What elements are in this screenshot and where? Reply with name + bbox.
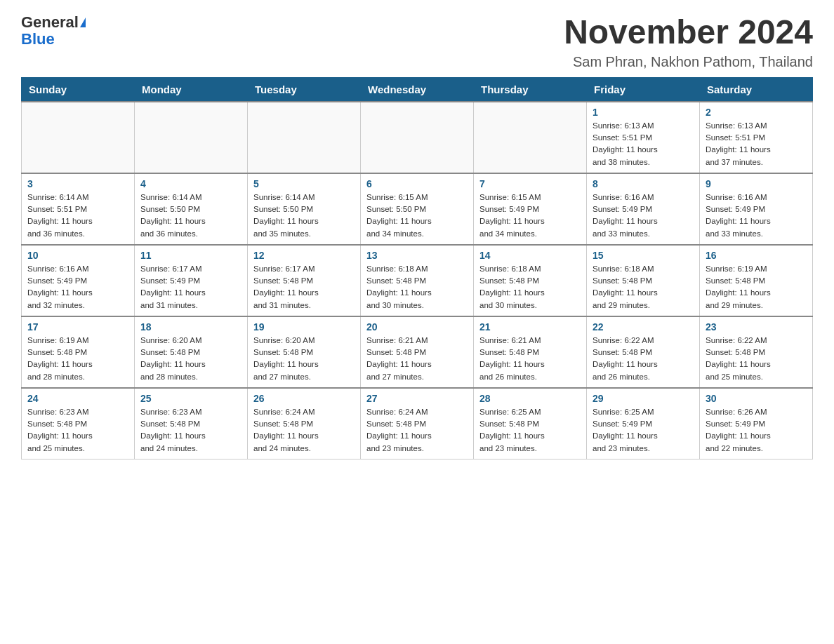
calendar-cell-2-6: 8Sunrise: 6:16 AMSunset: 5:49 PMDaylight… — [587, 173, 700, 245]
day-number: 6 — [366, 178, 468, 189]
calendar-cell-2-1: 3Sunrise: 6:14 AMSunset: 5:51 PMDaylight… — [22, 173, 135, 245]
header-thursday: Thursday — [474, 77, 587, 102]
calendar-cell-4-3: 19Sunrise: 6:20 AMSunset: 5:48 PMDayligh… — [248, 316, 361, 388]
calendar-cell-4-2: 18Sunrise: 6:20 AMSunset: 5:48 PMDayligh… — [135, 316, 248, 388]
day-info: Sunrise: 6:22 AMSunset: 5:48 PMDaylight:… — [593, 335, 694, 383]
day-info: Sunrise: 6:24 AMSunset: 5:48 PMDaylight:… — [366, 406, 468, 455]
calendar-cell-3-1: 10Sunrise: 6:16 AMSunset: 5:49 PMDayligh… — [22, 245, 135, 316]
day-info: Sunrise: 6:17 AMSunset: 5:49 PMDaylight:… — [140, 263, 241, 311]
calendar-cell-3-6: 15Sunrise: 6:18 AMSunset: 5:48 PMDayligh… — [587, 245, 700, 316]
day-info: Sunrise: 6:18 AMSunset: 5:48 PMDaylight:… — [366, 263, 468, 311]
day-info: Sunrise: 6:16 AMSunset: 5:49 PMDaylight:… — [593, 192, 694, 240]
calendar-cell-2-4: 6Sunrise: 6:15 AMSunset: 5:50 PMDaylight… — [361, 173, 474, 245]
header-monday: Monday — [135, 77, 248, 102]
day-number: 14 — [479, 250, 581, 261]
calendar-cell-1-4 — [361, 102, 474, 173]
day-info: Sunrise: 6:23 AMSunset: 5:48 PMDaylight:… — [140, 406, 241, 455]
logo-blue-text: Blue — [21, 31, 55, 48]
day-info: Sunrise: 6:14 AMSunset: 5:50 PMDaylight:… — [140, 192, 241, 240]
day-number: 24 — [27, 393, 128, 404]
day-info: Sunrise: 6:24 AMSunset: 5:48 PMDaylight:… — [253, 406, 355, 455]
day-number: 1 — [593, 107, 694, 118]
day-info: Sunrise: 6:19 AMSunset: 5:48 PMDaylight:… — [27, 335, 128, 383]
month-title: November 2024 — [564, 14, 813, 51]
calendar-cell-2-5: 7Sunrise: 6:15 AMSunset: 5:49 PMDaylight… — [474, 173, 587, 245]
day-info: Sunrise: 6:13 AMSunset: 5:51 PMDaylight:… — [706, 120, 807, 168]
title-block: November 2024 Sam Phran, Nakhon Pathom, … — [564, 14, 813, 70]
calendar-table: SundayMondayTuesdayWednesdayThursdayFrid… — [21, 77, 813, 459]
day-info: Sunrise: 6:20 AMSunset: 5:48 PMDaylight:… — [253, 335, 355, 383]
day-info: Sunrise: 6:22 AMSunset: 5:48 PMDaylight:… — [706, 335, 807, 383]
calendar-cell-5-2: 25Sunrise: 6:23 AMSunset: 5:48 PMDayligh… — [135, 388, 248, 459]
week-row-1: 1Sunrise: 6:13 AMSunset: 5:51 PMDaylight… — [22, 102, 813, 173]
day-info: Sunrise: 6:14 AMSunset: 5:51 PMDaylight:… — [27, 192, 128, 240]
calendar-cell-1-3 — [248, 102, 361, 173]
day-info: Sunrise: 6:14 AMSunset: 5:50 PMDaylight:… — [253, 192, 355, 240]
day-info: Sunrise: 6:18 AMSunset: 5:48 PMDaylight:… — [593, 263, 694, 311]
calendar-cell-3-3: 12Sunrise: 6:17 AMSunset: 5:48 PMDayligh… — [248, 245, 361, 316]
day-info: Sunrise: 6:20 AMSunset: 5:48 PMDaylight:… — [140, 335, 241, 383]
day-number: 21 — [479, 321, 581, 333]
day-info: Sunrise: 6:13 AMSunset: 5:51 PMDaylight:… — [593, 120, 694, 168]
location-subtitle: Sam Phran, Nakhon Pathom, Thailand — [564, 54, 813, 70]
day-info: Sunrise: 6:25 AMSunset: 5:49 PMDaylight:… — [593, 406, 694, 455]
calendar-cell-4-5: 21Sunrise: 6:21 AMSunset: 5:48 PMDayligh… — [474, 316, 587, 388]
calendar-cell-5-6: 29Sunrise: 6:25 AMSunset: 5:49 PMDayligh… — [587, 388, 700, 459]
calendar-cell-5-3: 26Sunrise: 6:24 AMSunset: 5:48 PMDayligh… — [248, 388, 361, 459]
calendar-cell-1-5 — [474, 102, 587, 173]
day-number: 16 — [706, 250, 807, 261]
day-info: Sunrise: 6:17 AMSunset: 5:48 PMDaylight:… — [253, 263, 355, 311]
calendar-cell-3-4: 13Sunrise: 6:18 AMSunset: 5:48 PMDayligh… — [361, 245, 474, 316]
day-info: Sunrise: 6:18 AMSunset: 5:48 PMDaylight:… — [479, 263, 581, 311]
day-info: Sunrise: 6:21 AMSunset: 5:48 PMDaylight:… — [366, 335, 468, 383]
day-info: Sunrise: 6:23 AMSunset: 5:48 PMDaylight:… — [27, 406, 128, 455]
calendar-cell-4-6: 22Sunrise: 6:22 AMSunset: 5:48 PMDayligh… — [587, 316, 700, 388]
calendar-cell-5-1: 24Sunrise: 6:23 AMSunset: 5:48 PMDayligh… — [22, 388, 135, 459]
day-info: Sunrise: 6:26 AMSunset: 5:49 PMDaylight:… — [706, 406, 807, 455]
day-number: 25 — [140, 393, 241, 404]
day-number: 8 — [593, 178, 694, 189]
header-tuesday: Tuesday — [248, 77, 361, 102]
calendar-cell-4-1: 17Sunrise: 6:19 AMSunset: 5:48 PMDayligh… — [22, 316, 135, 388]
day-number: 5 — [253, 178, 355, 189]
week-row-3: 10Sunrise: 6:16 AMSunset: 5:49 PMDayligh… — [22, 245, 813, 316]
day-number: 17 — [27, 321, 128, 333]
day-number: 18 — [140, 321, 241, 333]
calendar-cell-1-1 — [22, 102, 135, 173]
calendar-cell-3-5: 14Sunrise: 6:18 AMSunset: 5:48 PMDayligh… — [474, 245, 587, 316]
day-number: 20 — [366, 321, 468, 333]
calendar-cell-1-7: 2Sunrise: 6:13 AMSunset: 5:51 PMDaylight… — [700, 102, 813, 173]
calendar-cell-4-4: 20Sunrise: 6:21 AMSunset: 5:48 PMDayligh… — [361, 316, 474, 388]
day-number: 30 — [706, 393, 807, 404]
calendar-cell-5-5: 28Sunrise: 6:25 AMSunset: 5:48 PMDayligh… — [474, 388, 587, 459]
day-number: 3 — [27, 178, 128, 189]
header-wednesday: Wednesday — [361, 77, 474, 102]
calendar-cell-4-7: 23Sunrise: 6:22 AMSunset: 5:48 PMDayligh… — [700, 316, 813, 388]
day-number: 29 — [593, 393, 694, 404]
logo: General Blue — [21, 14, 86, 48]
day-number: 22 — [593, 321, 694, 333]
day-info: Sunrise: 6:15 AMSunset: 5:50 PMDaylight:… — [366, 192, 468, 240]
calendar-cell-2-7: 9Sunrise: 6:16 AMSunset: 5:49 PMDaylight… — [700, 173, 813, 245]
day-number: 11 — [140, 250, 241, 261]
day-info: Sunrise: 6:25 AMSunset: 5:48 PMDaylight:… — [479, 406, 581, 455]
day-number: 9 — [706, 178, 807, 189]
day-number: 2 — [706, 107, 807, 118]
calendar-cell-1-6: 1Sunrise: 6:13 AMSunset: 5:51 PMDaylight… — [587, 102, 700, 173]
calendar-cell-5-7: 30Sunrise: 6:26 AMSunset: 5:49 PMDayligh… — [700, 388, 813, 459]
week-row-4: 17Sunrise: 6:19 AMSunset: 5:48 PMDayligh… — [22, 316, 813, 388]
calendar-cell-5-4: 27Sunrise: 6:24 AMSunset: 5:48 PMDayligh… — [361, 388, 474, 459]
header-sunday: Sunday — [22, 77, 135, 102]
day-info: Sunrise: 6:19 AMSunset: 5:48 PMDaylight:… — [706, 263, 807, 311]
calendar-cell-1-2 — [135, 102, 248, 173]
day-number: 28 — [479, 393, 581, 404]
day-number: 12 — [253, 250, 355, 261]
day-number: 10 — [27, 250, 128, 261]
day-number: 4 — [140, 178, 241, 189]
day-number: 23 — [706, 321, 807, 333]
day-info: Sunrise: 6:16 AMSunset: 5:49 PMDaylight:… — [706, 192, 807, 240]
header-saturday: Saturday — [700, 77, 813, 102]
logo-triangle-icon — [80, 18, 86, 27]
day-info: Sunrise: 6:15 AMSunset: 5:49 PMDaylight:… — [479, 192, 581, 240]
logo-general-text: General — [21, 14, 79, 31]
